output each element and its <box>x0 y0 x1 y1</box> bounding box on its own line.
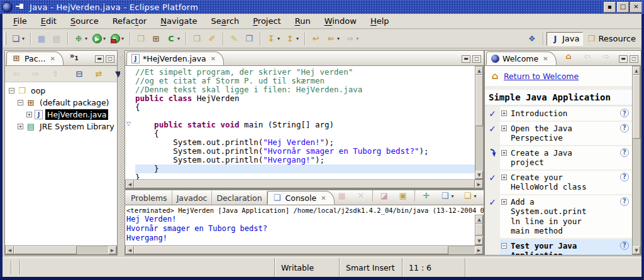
scroll-up-icon[interactable]: ▲ <box>475 67 483 75</box>
maximize-view-icon[interactable]: ▢ <box>472 55 481 63</box>
menu-run[interactable]: Run <box>288 15 318 27</box>
scroll-up-icon[interactable]: ▲ <box>633 67 640 75</box>
cheatsheet-item[interactable]: +Create a Java project? <box>485 146 632 170</box>
code-line[interactable]: //Et simpelt program, der skriver "Hej v… <box>135 68 475 77</box>
perspective-resource[interactable]: ❒Resource <box>583 33 639 45</box>
tab-console[interactable]: ❑Console✕ <box>267 191 335 205</box>
collapse-all-button[interactable]: ⊟ <box>72 67 86 81</box>
tree-row[interactable]: −❒oop <box>5 85 117 97</box>
console-body[interactable]: <terminated> HejVerden [Java Application… <box>125 205 484 245</box>
expand-icon[interactable]: + <box>18 124 23 129</box>
close-icon[interactable]: ✕ <box>50 55 55 62</box>
console-hscrollbar[interactable]: ◀ ▶ <box>125 245 484 255</box>
dropdown-arrow-icon[interactable]: ▾ <box>121 36 124 41</box>
previous-annotation-button[interactable]: ↥▾ <box>283 32 301 46</box>
console-display-button[interactable]: ❑▾ <box>438 189 456 203</box>
scroll-left-icon[interactable]: ◀ <box>126 180 134 188</box>
tab-editor-hejverden[interactable]: J *HejVerden.java ✕ <box>126 51 224 65</box>
dropdown-arrow-icon[interactable]: ▾ <box>452 193 454 199</box>
tree-row[interactable]: +JHejVerden.java <box>5 109 117 121</box>
package-explorer-hscrollbar[interactable]: ◀ ▶ <box>5 245 117 255</box>
sash-splitter[interactable] <box>120 55 125 238</box>
code-line[interactable] <box>135 112 475 121</box>
close-icon[interactable]: ✕ <box>321 195 326 202</box>
cheatsheet-item[interactable]: −Test your Java Application? <box>485 239 632 256</box>
return-to-welcome-link[interactable]: Return to Welcome <box>504 72 579 81</box>
open-resource-button[interactable]: ❐ <box>242 32 256 46</box>
cheatsheet-item-card[interactable]: +Introduction? <box>500 107 632 121</box>
scroll-left-icon[interactable]: ◀ <box>6 246 14 254</box>
eclipse-logo-icon[interactable] <box>2 2 13 13</box>
cheatsheet-item[interactable]: ✓+Add a System.out.println line in your … <box>485 195 632 238</box>
menu-refactor[interactable]: Refactor <box>106 15 154 27</box>
dropdown-arrow-icon[interactable]: ▾ <box>177 36 180 41</box>
next-annotation-button[interactable]: ↧▾ <box>264 32 282 46</box>
scroll-thumb[interactable] <box>633 75 640 139</box>
tab-declaration[interactable]: Declaration <box>212 191 267 205</box>
run-button[interactable]: ▶▾ <box>91 32 108 45</box>
code-line[interactable]: public class HejVerden <box>135 94 475 103</box>
run-external-tools-button[interactable]: ▶▾ <box>109 32 126 45</box>
tree-row[interactable]: +▤JRE System Library <box>5 121 117 132</box>
tab-welcome[interactable]: Welcome ✕ <box>486 51 557 65</box>
dropdown-arrow-icon[interactable]: ▾ <box>103 36 106 41</box>
expand-icon[interactable]: + <box>501 110 507 116</box>
scroll-up-icon[interactable]: ▲ <box>475 215 483 223</box>
forward-button[interactable]: ⇒▾ <box>343 32 360 46</box>
dropdown-arrow-icon[interactable]: ▾ <box>474 193 477 199</box>
minimize-view-icon[interactable]: ▬ <box>619 55 628 63</box>
print-button[interactable]: ▤ <box>50 32 64 46</box>
code-line[interactable]: //og et citat af Storm P. ud til skærmen <box>135 77 475 85</box>
help-icon[interactable]: ? <box>620 241 629 250</box>
expand-icon[interactable]: + <box>26 112 32 117</box>
close-icon[interactable]: ✕ <box>211 55 216 62</box>
code-line[interactable]: } <box>135 164 475 173</box>
back-button[interactable]: ⇐▾ <box>324 32 341 46</box>
scroll-down-icon[interactable]: ▼ <box>633 246 640 254</box>
code-line[interactable]: { <box>135 103 475 112</box>
cheatsheet-item-card[interactable]: +Create a Java project? <box>500 146 632 170</box>
minimize-view-icon[interactable]: ▬ <box>462 55 470 63</box>
collapse-icon[interactable]: − <box>18 100 23 105</box>
menu-file[interactable]: File <box>6 15 34 27</box>
view-stack-more[interactable]: »1 <box>70 51 79 65</box>
scroll-thumb[interactable] <box>134 246 448 254</box>
pin-console-button[interactable]: ✛ <box>419 189 433 203</box>
collapse-icon[interactable]: − <box>501 243 507 249</box>
maximize-view-icon[interactable]: ▢ <box>630 55 638 63</box>
cheatsheet-item[interactable]: ✓+Create your HelloWorld class? <box>485 171 632 194</box>
open-type-button[interactable]: ❒ <box>190 32 204 46</box>
tab-package-explorer[interactable]: ⊞ Pac... ✕ <box>6 51 64 65</box>
collapse-icon[interactable]: − <box>9 88 14 94</box>
dropdown-arrow-icon[interactable]: ▾ <box>356 36 358 41</box>
welcome-vscrollbar[interactable]: ▲ ▼ <box>632 66 641 255</box>
cheatsheet-item-card[interactable]: −Test your Java Application? <box>500 239 632 256</box>
scroll-right-icon[interactable]: ▶ <box>475 246 483 254</box>
new-java-project-button[interactable]: ❒ <box>134 32 148 46</box>
code-line[interactable]: } <box>135 173 475 180</box>
help-icon[interactable]: ? <box>620 109 629 117</box>
dropdown-arrow-icon[interactable]: ▾ <box>337 36 340 41</box>
maximize-view-icon[interactable]: ▢ <box>106 55 114 63</box>
scroll-right-icon[interactable]: ▶ <box>108 246 116 254</box>
remove-terminated-button[interactable]: ✕ <box>354 189 368 203</box>
help-icon[interactable]: ? <box>620 197 629 206</box>
terminate-button[interactable]: ■ <box>335 189 349 203</box>
open-perspective-button[interactable]: ❖ <box>525 32 539 46</box>
expand-icon[interactable]: + <box>501 199 507 205</box>
expand-icon[interactable]: + <box>501 150 507 156</box>
code-line[interactable]: System.out.println("Hej Verden!"); <box>135 138 475 147</box>
perspective-java[interactable]: JJava <box>547 32 583 46</box>
scroll-right-icon[interactable]: ▶ <box>475 180 483 188</box>
menu-help[interactable]: Help <box>364 15 396 27</box>
menu-source[interactable]: Source <box>64 15 106 27</box>
scroll-left-icon[interactable]: ◀ <box>126 246 134 254</box>
home-button[interactable]: ⌂ <box>562 50 575 63</box>
code-line[interactable]: System.out.println("Hvornår smager en Tu… <box>135 147 475 156</box>
console-vscrollbar[interactable]: ▲ ▼ <box>475 215 484 245</box>
help-icon[interactable]: ? <box>620 124 629 132</box>
scroll-down-icon[interactable]: ▼ <box>475 237 483 245</box>
save-button[interactable]: ▦ <box>35 32 48 46</box>
menu-navigate[interactable]: Navigate <box>153 15 204 27</box>
cheatsheet-item[interactable]: ✓+Introduction? <box>485 107 632 121</box>
